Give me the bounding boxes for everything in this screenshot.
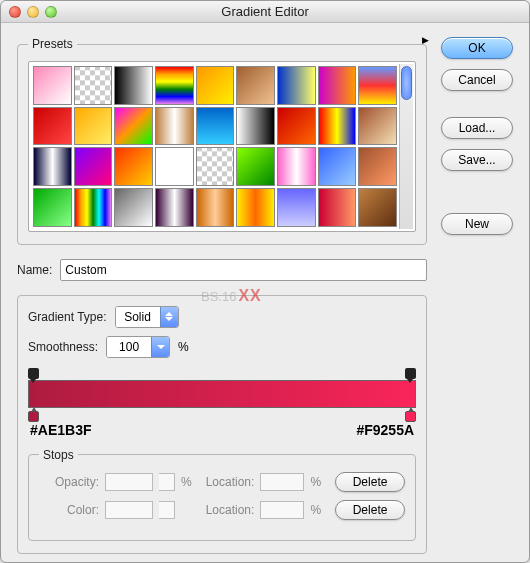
- smoothness-label: Smoothness:: [28, 340, 98, 354]
- close-icon[interactable]: [9, 6, 21, 18]
- preset-swatch[interactable]: [236, 107, 275, 146]
- minimize-icon[interactable]: [27, 6, 39, 18]
- opacity-location-input: [260, 473, 304, 491]
- opacity-value-input: [105, 473, 153, 491]
- delete-opacity-button[interactable]: Delete: [335, 472, 405, 492]
- preset-swatch[interactable]: [318, 147, 357, 186]
- preset-swatch[interactable]: [33, 66, 72, 105]
- hex-right: #F9255A: [356, 422, 414, 438]
- gradient-type-value[interactable]: [116, 307, 160, 327]
- preset-swatch[interactable]: [155, 188, 194, 227]
- dialog-body: Presets ▶ Name: Gradient Type:: [1, 23, 529, 563]
- dropdown-icon[interactable]: [151, 336, 169, 358]
- preset-swatch[interactable]: [33, 107, 72, 146]
- name-label: Name:: [17, 263, 52, 277]
- preset-swatch[interactable]: [277, 107, 316, 146]
- gradient-type-label: Gradient Type:: [28, 310, 107, 324]
- name-input[interactable]: [60, 259, 427, 281]
- opacity-pct: %: [181, 475, 192, 489]
- preset-swatch[interactable]: [196, 147, 235, 186]
- name-row: Name:: [17, 259, 427, 281]
- preset-swatch[interactable]: [155, 66, 194, 105]
- preset-swatch[interactable]: [74, 188, 113, 227]
- color-stop-right[interactable]: [405, 411, 416, 422]
- save-button[interactable]: Save...: [441, 149, 513, 171]
- gradient-type-fieldset: Gradient Type: Smoothness: %: [17, 295, 427, 554]
- preset-swatch[interactable]: [196, 66, 235, 105]
- preset-swatch[interactable]: [277, 188, 316, 227]
- opacity-dropdown-icon: [159, 473, 175, 491]
- preset-swatch[interactable]: [236, 66, 275, 105]
- smoothness-row: Smoothness: %: [28, 336, 416, 358]
- gradient-type-select[interactable]: [115, 306, 179, 328]
- new-button[interactable]: New: [441, 213, 513, 235]
- delete-color-button[interactable]: Delete: [335, 500, 405, 520]
- preset-swatch[interactable]: [277, 66, 316, 105]
- opacity-stops-row: [28, 368, 416, 380]
- stops-legend: Stops: [39, 448, 78, 462]
- preset-swatch[interactable]: [155, 147, 194, 186]
- preset-swatch[interactable]: [74, 147, 113, 186]
- preset-swatch[interactable]: [196, 107, 235, 146]
- preset-swatch[interactable]: [114, 66, 153, 105]
- smoothness-input[interactable]: [106, 336, 170, 358]
- preset-swatch[interactable]: [277, 147, 316, 186]
- preset-swatch[interactable]: [358, 147, 397, 186]
- preset-swatch[interactable]: [114, 147, 153, 186]
- button-column: OK Cancel Load... Save... New: [441, 37, 513, 554]
- gradient-preview: #AE1B3F #F9255A: [28, 368, 416, 438]
- gradient-bar[interactable]: [28, 380, 416, 408]
- presets-grid: [28, 61, 416, 232]
- window-controls: [9, 6, 57, 18]
- color-location-input: [260, 501, 304, 519]
- preset-swatch[interactable]: [358, 66, 397, 105]
- presets-fieldset: Presets ▶: [17, 37, 427, 245]
- cancel-button[interactable]: Cancel: [441, 69, 513, 91]
- color-swatch-input: [105, 501, 153, 519]
- preset-swatch[interactable]: [318, 188, 357, 227]
- preset-swatch[interactable]: [358, 188, 397, 227]
- scrollbar-thumb[interactable]: [401, 66, 412, 100]
- color-label: Color:: [39, 503, 99, 517]
- preset-swatch[interactable]: [74, 107, 113, 146]
- opacity-label: Opacity:: [39, 475, 99, 489]
- smoothness-value[interactable]: [107, 337, 151, 357]
- stepper-icon[interactable]: [160, 306, 178, 328]
- preset-swatch[interactable]: [236, 188, 275, 227]
- preset-swatch[interactable]: [74, 66, 113, 105]
- color-stops-row: [28, 408, 416, 422]
- gradient-editor-window: Gradient Editor Presets ▶ Name: Gradient…: [0, 0, 530, 563]
- opacity-location-label: Location:: [206, 475, 255, 489]
- zoom-icon[interactable]: [45, 6, 57, 18]
- color-dropdown-icon: [159, 501, 175, 519]
- opacity-loc-pct: %: [310, 475, 321, 489]
- left-column: Presets ▶ Name: Gradient Type:: [17, 37, 427, 554]
- preset-swatch[interactable]: [33, 147, 72, 186]
- hex-row: #AE1B3F #F9255A: [28, 422, 416, 438]
- opacity-stop-row: Opacity: % Location: % Delete: [39, 472, 405, 492]
- smoothness-pct: %: [178, 340, 189, 354]
- preset-swatch[interactable]: [114, 107, 153, 146]
- ok-button[interactable]: OK: [441, 37, 513, 59]
- color-stop-left[interactable]: [28, 411, 39, 422]
- window-title: Gradient Editor: [9, 4, 521, 19]
- opacity-stop-left[interactable]: [28, 368, 39, 379]
- opacity-stop-right[interactable]: [405, 368, 416, 379]
- presets-legend: Presets: [28, 37, 77, 51]
- hex-left: #AE1B3F: [30, 422, 91, 438]
- stops-fieldset: Stops Opacity: % Location: % Delete Colo…: [28, 448, 416, 541]
- color-loc-pct: %: [310, 503, 321, 517]
- preset-swatch[interactable]: [114, 188, 153, 227]
- flyout-icon[interactable]: ▶: [422, 35, 429, 45]
- preset-swatch[interactable]: [318, 107, 357, 146]
- preset-swatch[interactable]: [236, 147, 275, 186]
- color-stop-row: Color: % Location: % Delete: [39, 500, 405, 520]
- preset-swatch[interactable]: [33, 188, 72, 227]
- preset-swatch[interactable]: [318, 66, 357, 105]
- color-location-label: Location:: [206, 503, 255, 517]
- preset-swatch[interactable]: [196, 188, 235, 227]
- load-button[interactable]: Load...: [441, 117, 513, 139]
- preset-swatch[interactable]: [155, 107, 194, 146]
- preset-swatch[interactable]: [358, 107, 397, 146]
- presets-scrollbar[interactable]: [399, 64, 413, 229]
